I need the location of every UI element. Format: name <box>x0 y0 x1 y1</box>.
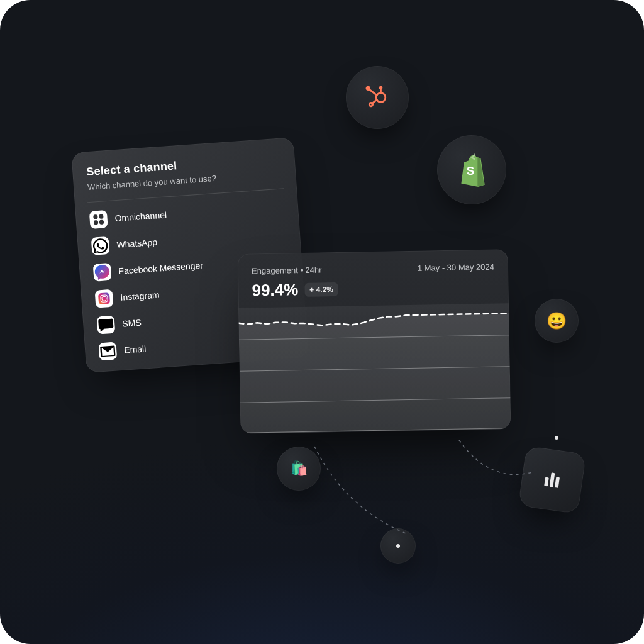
smiley-emoji-icon: 😀 <box>547 313 567 329</box>
integration-bubble-shopping[interactable]: 🛍️ <box>277 447 321 491</box>
channel-item-omnichannel[interactable]: Omnichannel <box>89 197 285 229</box>
email-icon <box>98 342 117 361</box>
channel-item-label: Omnichannel <box>114 209 167 223</box>
analytics-tile[interactable] <box>518 446 586 514</box>
whatsapp-icon <box>91 236 110 255</box>
channel-item-label: Email <box>124 343 147 355</box>
shopify-letter: S <box>467 164 474 177</box>
engagement-delta-badge: + 4.2% <box>304 282 338 296</box>
engagement-date-range: 1 May - 30 May 2024 <box>418 262 494 273</box>
decorative-dot-bubble <box>380 528 416 564</box>
integration-bubble-shopify[interactable]: S <box>437 135 506 204</box>
integration-bubble-hubspot[interactable] <box>346 66 409 129</box>
channel-item-label: Facebook Messenger <box>118 260 203 276</box>
engagement-title: Engagement • 24hr <box>252 265 322 275</box>
channel-item-label: Instagram <box>120 290 160 303</box>
svg-point-0 <box>376 93 386 103</box>
engagement-chart-svg <box>238 303 511 433</box>
svg-point-6 <box>366 86 370 91</box>
instagram-icon <box>95 289 114 308</box>
channel-item-label: SMS <box>122 318 142 329</box>
svg-rect-8 <box>550 472 555 487</box>
engagement-chart <box>238 303 511 433</box>
stage: Select a channel Which channel do you wa… <box>0 0 644 644</box>
svg-point-10 <box>555 436 558 440</box>
channel-item-whatsapp[interactable]: WhatsApp <box>91 224 287 255</box>
svg-rect-9 <box>555 477 560 488</box>
shopify-icon: S <box>456 152 487 187</box>
omnichannel-icon <box>89 210 108 229</box>
channel-item-label: WhatsApp <box>116 237 158 250</box>
engagement-chart-area <box>238 313 511 433</box>
svg-line-3 <box>369 89 377 95</box>
shopping-bags-icon: 🛍️ <box>291 462 308 475</box>
integration-bubble-emoji[interactable]: 😀 <box>535 299 579 343</box>
svg-point-4 <box>379 86 383 90</box>
engagement-value: 99.4% <box>252 280 298 300</box>
engagement-card: Engagement • 24hr 1 May - 30 May 2024 99… <box>238 249 511 433</box>
sms-icon <box>96 316 115 335</box>
analytics-bars-icon <box>540 468 564 492</box>
hubspot-icon <box>364 84 391 111</box>
messenger-icon <box>93 263 112 282</box>
svg-rect-7 <box>544 477 549 487</box>
